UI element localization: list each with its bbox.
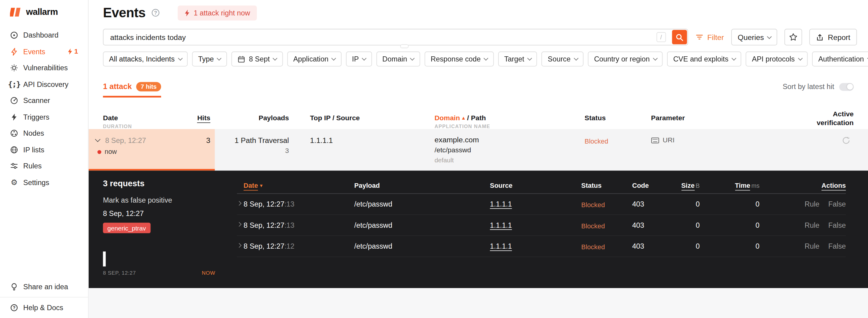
- attack-alert-badge[interactable]: 1 attack right now: [178, 5, 257, 20]
- attack-domain: example.com: [435, 136, 479, 144]
- attack-row[interactable]: 8 Sep, 12:27 now 3 1 Path Traversal 3 1.…: [89, 129, 868, 171]
- request-row[interactable]: 8 Sep, 12:27:12 /etc/passwd 1.1.1.1 Bloc…: [237, 236, 846, 257]
- filter-chip-authentication[interactable]: Authentication: [812, 52, 868, 66]
- chevron-down-icon: [332, 56, 336, 60]
- sidebar-item-ip-lists[interactable]: IP lists: [0, 141, 88, 158]
- column-top-ip-source[interactable]: Top IP / Source: [310, 114, 360, 122]
- api-discovery-icon: {;}: [10, 80, 18, 88]
- attack-tag[interactable]: generic_ptrav: [103, 223, 150, 233]
- request-source[interactable]: 1.1.1.1: [490, 242, 512, 250]
- column-status[interactable]: Status: [585, 114, 606, 122]
- request-row[interactable]: 8 Sep, 12:27:13 /etc/passwd 1.1.1.1 Bloc…: [237, 215, 846, 236]
- histogram-bar: [103, 251, 105, 266]
- column-parameter[interactable]: Parameter: [651, 114, 685, 122]
- sidebar-item-scanner[interactable]: Scanner: [0, 92, 88, 109]
- column-payloads[interactable]: Payloads: [234, 114, 289, 122]
- rule-action[interactable]: Rule: [804, 242, 819, 250]
- sidebar-item-label: Rules: [23, 162, 42, 170]
- search-button[interactable]: [672, 30, 687, 45]
- chevron-down-icon: [767, 34, 771, 38]
- sidebar: wallarm Dashboard Events 1 Vulnerabiliti…: [0, 0, 89, 318]
- column-source[interactable]: Source: [490, 182, 513, 190]
- filter-chip-target[interactable]: Target: [498, 52, 537, 66]
- false-action[interactable]: False: [828, 221, 846, 229]
- sidebar-item-vulnerabilities[interactable]: Vulnerabilities: [0, 60, 88, 76]
- column-date[interactable]: Date▼: [244, 182, 264, 190]
- request-source[interactable]: 1.1.1.1: [490, 200, 512, 208]
- sidebar-item-events[interactable]: Events 1: [0, 44, 88, 60]
- column-date[interactable]: Date: [103, 114, 118, 122]
- sidebar-item-label: Triggers: [23, 113, 49, 121]
- chevron-right-icon: [237, 243, 242, 248]
- attack-alert-label: 1 attack right now: [194, 8, 250, 17]
- requests-table-header: Date▼ Payload Source Status Code SizeB T…: [237, 180, 846, 194]
- chevron-down-icon: [574, 56, 578, 60]
- column-payload[interactable]: Payload: [354, 182, 380, 190]
- page-help-icon[interactable]: ?: [151, 8, 160, 17]
- request-payload: /etc/passwd: [354, 200, 393, 208]
- request-status: Blocked: [581, 243, 605, 251]
- column-duration: DURATION: [103, 123, 132, 129]
- help-docs-link[interactable]: ? Help & Docs: [0, 297, 88, 318]
- report-button[interactable]: Report: [810, 29, 857, 46]
- request-size: 0: [672, 200, 700, 208]
- sidebar-item-triggers[interactable]: Triggers: [0, 109, 88, 125]
- filter-chip-attacks-incidents[interactable]: All attacks, Incidents: [103, 52, 188, 66]
- filter-chip-cve[interactable]: CVE and exploits: [667, 52, 742, 66]
- request-date: 8 Sep, 12:27:12: [244, 242, 294, 250]
- chevron-down-icon: [217, 56, 221, 60]
- filter-chip-type[interactable]: Type: [192, 52, 227, 66]
- queries-button[interactable]: Queries: [731, 29, 777, 46]
- filter-button[interactable]: Filter: [695, 33, 724, 41]
- filter-chip-country[interactable]: Country or region: [588, 52, 663, 66]
- attack-row-date-cell[interactable]: 8 Sep, 12:27 now: [89, 129, 215, 171]
- sidebar-item-label: IP lists: [23, 146, 44, 154]
- column-domain-path[interactable]: Domain▲/ Path: [435, 114, 486, 122]
- favorite-button[interactable]: [785, 29, 803, 46]
- sidebar-item-rules[interactable]: Rules: [0, 158, 88, 174]
- false-action[interactable]: False: [828, 242, 846, 250]
- request-date: 8 Sep, 12:27:13: [244, 200, 294, 208]
- chevron-down-icon: [273, 56, 277, 60]
- column-hits[interactable]: Hits: [183, 114, 210, 122]
- filter-chip-application[interactable]: Application: [287, 52, 341, 66]
- sort-toggle[interactable]: [839, 83, 854, 91]
- column-status[interactable]: Status: [581, 182, 602, 190]
- filter-chip-domain[interactable]: Domain: [376, 52, 420, 66]
- request-row[interactable]: 8 Sep, 12:27:13 /etc/passwd 1.1.1.1 Bloc…: [237, 194, 846, 215]
- filter-chip-ip[interactable]: IP: [346, 52, 372, 66]
- search-input[interactable]: [103, 29, 688, 46]
- mark-false-positive-link[interactable]: Mark as false positive: [103, 196, 172, 204]
- sidebar-item-api-discovery[interactable]: {;} API Discovery: [0, 76, 88, 92]
- column-actions[interactable]: Actions: [822, 182, 846, 190]
- brand-logo[interactable]: wallarm: [0, 0, 88, 23]
- column-time[interactable]: Timems: [732, 182, 760, 190]
- request-source[interactable]: 1.1.1.1: [490, 221, 512, 229]
- sidebar-item-label: Settings: [23, 178, 49, 186]
- attacks-table-header: Date DURATION Hits Payloads Top IP / Sou…: [89, 109, 868, 129]
- false-action[interactable]: False: [828, 200, 846, 208]
- rule-action[interactable]: Rule: [804, 200, 819, 208]
- filter-chip-date[interactable]: 8 Sept: [231, 52, 283, 66]
- request-date: 8 Sep, 12:27:13: [244, 221, 294, 229]
- attack-payload-count: 3: [220, 147, 289, 155]
- sidebar-item-settings[interactable]: ⚙ Settings: [0, 174, 88, 191]
- share-an-idea-label: Share an idea: [23, 283, 68, 291]
- request-time: 0: [732, 221, 760, 229]
- hits-count-badge: 7 hits: [136, 82, 161, 91]
- column-code[interactable]: Code: [632, 182, 649, 190]
- tab-attacks[interactable]: 1 attack 7 hits: [103, 82, 161, 97]
- search-collapse-handle[interactable]: [400, 44, 408, 48]
- svg-text:?: ?: [13, 305, 16, 310]
- share-an-idea-link[interactable]: Share an idea: [0, 277, 88, 297]
- rule-action[interactable]: Rule: [804, 221, 819, 229]
- filter-chip-api-protocols[interactable]: API protocols: [746, 52, 808, 66]
- filter-chip-source[interactable]: Source: [542, 52, 584, 66]
- column-size[interactable]: SizeB: [672, 182, 700, 190]
- active-verification-icon[interactable]: [842, 136, 850, 144]
- sidebar-item-dashboard[interactable]: Dashboard: [0, 27, 88, 44]
- sidebar-item-nodes[interactable]: Nodes: [0, 125, 88, 141]
- sidebar-item-label: Dashboard: [23, 31, 58, 39]
- filter-chip-response-code[interactable]: Response code: [425, 52, 494, 66]
- slash-shortcut-key: /: [656, 32, 666, 42]
